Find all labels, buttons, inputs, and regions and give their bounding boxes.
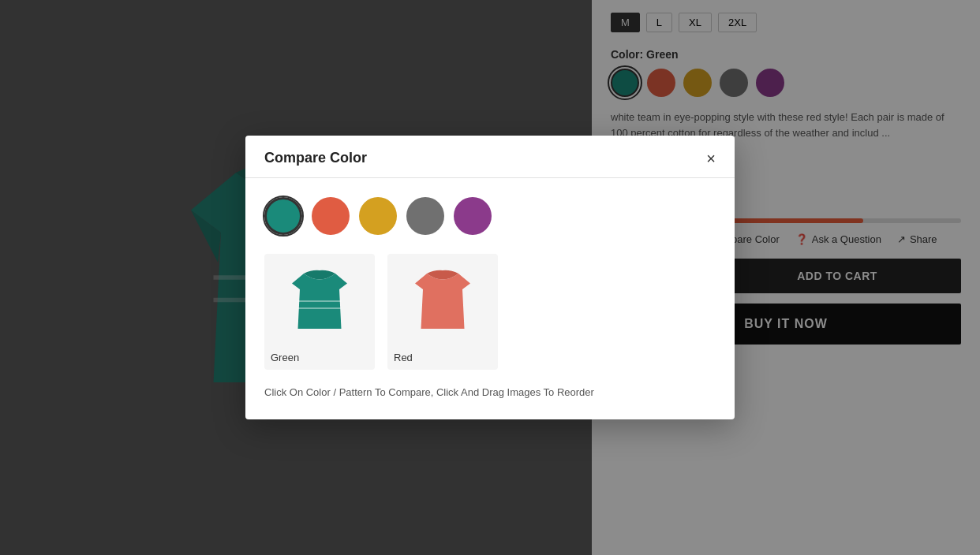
- modal-overlay: Compare Color ×: [0, 0, 980, 555]
- modal-swatch-gray[interactable]: [406, 197, 444, 235]
- modal-body: Green Red Click On Color / Pattern To Co…: [245, 178, 735, 419]
- modal-tshirt-red: [403, 262, 482, 341]
- modal-swatch-green[interactable]: [264, 197, 302, 235]
- modal-swatch-yellow[interactable]: [359, 197, 397, 235]
- modal-product-card-red[interactable]: Red: [387, 254, 498, 370]
- modal-close-button[interactable]: ×: [706, 151, 716, 166]
- modal-product-card-green[interactable]: Green: [264, 254, 375, 370]
- modal-product-label-green: Green: [264, 348, 375, 370]
- modal-product-image-red: [387, 254, 498, 348]
- modal-header: Compare Color ×: [245, 136, 735, 178]
- modal-tshirt-green: [280, 262, 359, 341]
- modal-product-label-red: Red: [387, 348, 498, 370]
- modal-product-image-green: [264, 254, 375, 348]
- modal-title: Compare Color: [264, 150, 367, 166]
- modal-swatch-purple[interactable]: [454, 197, 492, 235]
- modal-color-swatches: [264, 197, 716, 235]
- modal-instructions: Click On Color / Pattern To Compare, Cli…: [264, 386, 716, 400]
- compare-color-modal: Compare Color ×: [245, 136, 735, 419]
- modal-product-grid: Green Red: [264, 254, 716, 370]
- modal-swatch-red[interactable]: [312, 197, 350, 235]
